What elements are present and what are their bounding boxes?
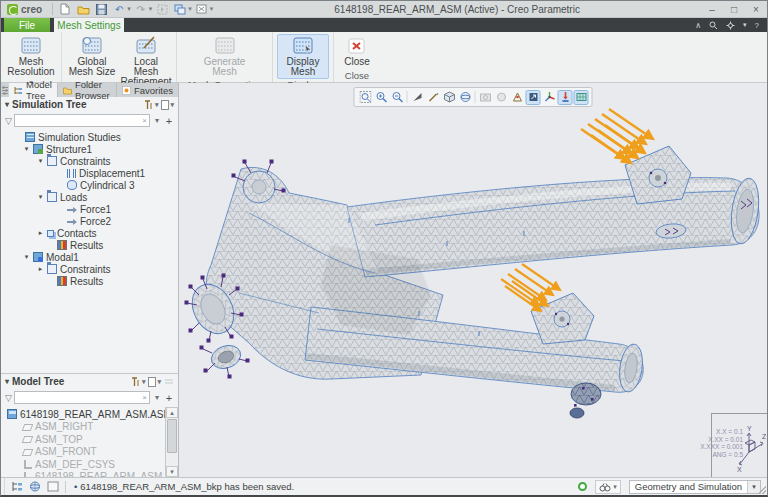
clear-search-icon[interactable]: × bbox=[142, 116, 147, 125]
undo-dropdown-icon[interactable]: ▾ bbox=[127, 5, 131, 13]
tab-favorites[interactable]: Favorites bbox=[117, 83, 178, 97]
tree-item-cylindrical3[interactable]: Cylindrical 3 bbox=[1, 179, 178, 191]
expander-icon[interactable]: ▾ bbox=[23, 253, 30, 261]
close-window-button[interactable] bbox=[194, 2, 210, 16]
tree-item-label[interactable]: ASM_RIGHT bbox=[35, 421, 93, 432]
collapse-icon[interactable]: ▾ bbox=[5, 377, 9, 386]
tab-model-tree[interactable]: Model Tree bbox=[9, 83, 58, 97]
force1-arrows[interactable] bbox=[581, 109, 653, 163]
model-tree-search-input[interactable] bbox=[15, 392, 149, 403]
tree-item-label[interactable]: Displacement1 bbox=[79, 168, 145, 179]
search-tool-button[interactable]: ▾ bbox=[595, 480, 621, 494]
expander-icon[interactable]: ▸ bbox=[37, 229, 44, 237]
minimize-ribbon-icon[interactable]: ∧ bbox=[695, 21, 701, 30]
tree-item-label[interactable]: 6148198_REAR_ARM_ASM.ASM bbox=[20, 409, 165, 420]
expander-icon[interactable]: ▾ bbox=[23, 145, 30, 153]
tree-item-force2[interactable]: Force2 bbox=[1, 215, 178, 227]
redo-dropdown-icon[interactable]: ▾ bbox=[149, 5, 153, 13]
regenerate-button[interactable] bbox=[154, 2, 170, 16]
maximize-button[interactable]: □ bbox=[723, 2, 745, 17]
command-search-icon[interactable] bbox=[709, 21, 718, 30]
tree-item-results[interactable]: Results bbox=[1, 239, 178, 251]
zoom-fit-icon[interactable] bbox=[358, 90, 373, 105]
simulation-display-icon[interactable] bbox=[558, 90, 573, 105]
tree-item-label[interactable]: ASM_DEF_CSYS bbox=[35, 459, 115, 470]
tree-item-label[interactable]: Cylindrical 3 bbox=[80, 180, 134, 191]
help-icon[interactable]: ? bbox=[755, 21, 759, 30]
datum-display-icon[interactable] bbox=[510, 90, 525, 105]
selection-filter-select[interactable]: Geometry and Simulation ▾ bbox=[629, 480, 761, 494]
clear-search-icon[interactable]: × bbox=[142, 393, 147, 402]
new-file-button[interactable] bbox=[57, 2, 73, 16]
tree-columns-button[interactable]: ▾ bbox=[148, 377, 161, 387]
navigator-settings-icon[interactable] bbox=[1, 83, 9, 97]
model-tree-scrollbar[interactable]: ▴ ▾ bbox=[165, 407, 178, 477]
expander-icon[interactable]: ▸ bbox=[37, 265, 44, 273]
tree-item-modal-constraints[interactable]: ▸Constraints bbox=[1, 263, 178, 275]
global-mesh-size-button[interactable]: Global Mesh Size bbox=[66, 34, 118, 79]
tree-item-structure1[interactable]: ▾Structure1 bbox=[1, 143, 178, 155]
search-dropdown-icon[interactable]: ▾ bbox=[613, 483, 617, 491]
tree-item-force1[interactable]: Force1 bbox=[1, 203, 178, 215]
tree-item-simulation-studies[interactable]: Simulation Studies bbox=[1, 131, 178, 143]
tab-file[interactable]: File bbox=[4, 18, 50, 32]
tree-item-label[interactable]: Constraints bbox=[60, 156, 111, 167]
add-filter-button[interactable]: + bbox=[164, 392, 174, 404]
zoom-out-icon[interactable] bbox=[390, 90, 405, 105]
tab-mesh-settings[interactable]: Mesh Settings bbox=[54, 18, 124, 32]
tree-item-label[interactable]: Results bbox=[70, 240, 103, 251]
spin-center-icon[interactable] bbox=[542, 90, 557, 105]
scroll-up-icon[interactable]: ▴ bbox=[166, 407, 178, 418]
search-options-dropdown[interactable]: ▾ bbox=[152, 116, 162, 125]
simulation-tree-search-input[interactable] bbox=[15, 115, 149, 126]
tree-item-asm-top[interactable]: ASM_TOP bbox=[1, 433, 165, 446]
tree-item-label[interactable]: Results bbox=[70, 276, 103, 287]
tab-folder-browser[interactable]: Folder Browser bbox=[58, 83, 117, 97]
local-mesh-refinement-button[interactable]: Local Mesh Refinement bbox=[120, 34, 172, 89]
mesh-display-icon[interactable] bbox=[574, 90, 589, 105]
navigator-toggle-icon[interactable] bbox=[10, 480, 24, 493]
tree-item-label[interactable]: Constraints bbox=[60, 264, 111, 275]
tree-item-label[interactable]: Structure1 bbox=[46, 144, 92, 155]
tree-item-contacts[interactable]: ▸Contacts bbox=[1, 227, 178, 239]
display-mesh-button[interactable]: Display Mesh bbox=[277, 34, 329, 79]
tree-filters-button[interactable]: ▾ bbox=[131, 377, 146, 387]
tree-item-label[interactable]: ASM_TOP bbox=[35, 434, 83, 445]
graphics-viewport[interactable]: X.X = 0.1 X.XX = 0.01 X.XXX = 0.001 ANG … bbox=[179, 83, 767, 477]
scrollbar-thumb[interactable] bbox=[167, 419, 177, 453]
repaint-icon[interactable] bbox=[410, 90, 425, 105]
swingarm-body[interactable] bbox=[206, 167, 759, 392]
sketch-icon[interactable] bbox=[426, 90, 441, 105]
collapse-icon[interactable]: ▾ bbox=[5, 100, 9, 109]
tree-item-asm-front[interactable]: ASM_FRONT bbox=[1, 446, 165, 459]
tree-item-loads[interactable]: ▾Loads bbox=[1, 191, 178, 203]
model-regeneration-status-icon[interactable] bbox=[578, 482, 587, 491]
options-gear-icon[interactable] bbox=[726, 21, 735, 30]
utility-dropdown-icon[interactable]: ▾ bbox=[743, 21, 747, 29]
close-mesh-button[interactable]: Close bbox=[338, 34, 376, 69]
tree-item-displacement1[interactable]: Displacement1 bbox=[1, 167, 178, 179]
saved-orientations-icon[interactable] bbox=[458, 90, 473, 105]
open-file-button[interactable] bbox=[75, 2, 91, 16]
windows-dropdown-icon[interactable]: ▾ bbox=[188, 5, 192, 13]
fullscreen-toggle-icon[interactable] bbox=[46, 480, 60, 493]
tree-item-modal1[interactable]: ▾Modal1 bbox=[1, 251, 178, 263]
tree-item-asm-right[interactable]: ASM_RIGHT bbox=[1, 421, 165, 434]
windows-button[interactable] bbox=[172, 2, 188, 16]
expander-icon[interactable]: ▾ bbox=[37, 157, 44, 165]
save-button[interactable] bbox=[93, 2, 109, 16]
filter-funnel-icon[interactable]: ▽ bbox=[5, 393, 12, 403]
tree-item-label[interactable]: Loads bbox=[60, 192, 87, 203]
browser-toggle-icon[interactable] bbox=[28, 480, 42, 493]
tree-item-asm-def-csys[interactable]: ASM_DEF_CSYS bbox=[1, 458, 165, 471]
tree-item-label[interactable]: Force2 bbox=[80, 216, 111, 227]
window-resize-grip[interactable] bbox=[758, 486, 766, 494]
tree-item-constraints[interactable]: ▾Constraints bbox=[1, 155, 178, 167]
undo-button[interactable]: ↶ bbox=[111, 2, 127, 16]
tree-columns-button[interactable]: ▾ bbox=[161, 100, 174, 110]
tree-item-label[interactable]: Contacts bbox=[57, 228, 96, 239]
annotation-display-icon[interactable] bbox=[526, 90, 541, 105]
add-filter-button[interactable]: + bbox=[164, 115, 174, 127]
minimize-button[interactable]: – bbox=[701, 2, 723, 17]
tree-item-label[interactable]: ASM_FRONT bbox=[35, 446, 97, 457]
